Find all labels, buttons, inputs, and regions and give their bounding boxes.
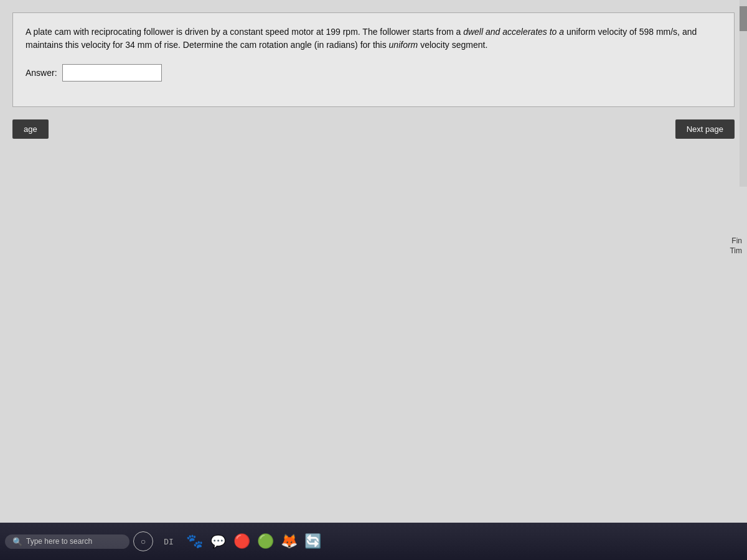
browser-icon: 🦊 xyxy=(281,533,298,549)
taskbar-animal-icon[interactable]: 🐾 xyxy=(184,531,204,551)
search-icon: 🔍 xyxy=(12,537,22,546)
taskbar-green-icon[interactable]: 🟢 xyxy=(255,531,275,551)
taskbar-mail-icon[interactable]: 💬 xyxy=(208,531,228,551)
red-circle-icon: 🔴 xyxy=(233,533,250,549)
animal-icon: 🐾 xyxy=(186,533,203,549)
circle-icon: ○ xyxy=(141,536,146,546)
question-card: A plate cam with reciprocating follower … xyxy=(12,12,735,107)
taskbar-di-button[interactable]: DI xyxy=(157,530,181,553)
green-icon: 🟢 xyxy=(257,533,274,549)
mail-icon: 💬 xyxy=(210,534,226,549)
scrollbar[interactable] xyxy=(740,0,747,187)
taskbar-search[interactable]: 🔍 Type here to search xyxy=(5,534,129,549)
tim-label: Tim xyxy=(730,246,742,255)
search-text: Type here to search xyxy=(26,537,92,546)
answer-input[interactable] xyxy=(62,64,162,82)
nav-row: age Next page xyxy=(0,113,747,145)
question-text: A plate cam with reciprocating follower … xyxy=(26,26,721,52)
taskbar: 🔍 Type here to search ○ DI 🐾 💬 🔴 🟢 🦊 🔄 xyxy=(0,523,747,560)
di-icon: DI xyxy=(164,537,174,546)
taskbar-edge-icon[interactable]: 🔄 xyxy=(303,531,322,551)
fin-label: Fin xyxy=(731,236,742,245)
edge-icon: 🔄 xyxy=(304,533,321,549)
main-content: A plate cam with reciprocating follower … xyxy=(0,0,747,523)
taskbar-red-icon[interactable]: 🔴 xyxy=(232,531,251,551)
taskbar-browser-icon[interactable]: 🦊 xyxy=(279,531,299,551)
answer-label: Answer: xyxy=(26,68,57,78)
scrollbar-thumb[interactable] xyxy=(740,6,747,31)
next-page-button[interactable]: Next page xyxy=(675,119,735,139)
answer-row: Answer: xyxy=(26,64,721,82)
taskbar-circle-button[interactable]: ○ xyxy=(133,531,153,551)
prev-page-button[interactable]: age xyxy=(12,119,49,139)
